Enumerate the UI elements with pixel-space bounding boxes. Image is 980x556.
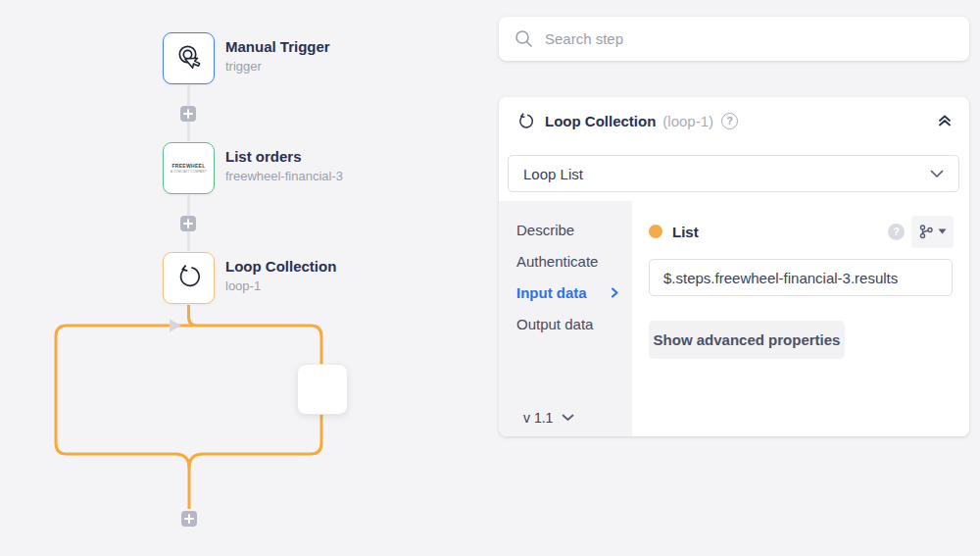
tab-describe[interactable]: Describe	[499, 214, 632, 245]
node-label-manual-trigger: Manual Trigger trigger	[225, 38, 330, 74]
chevron-down-icon	[930, 170, 944, 178]
add-step-button[interactable]	[181, 511, 197, 527]
chevron-down-icon	[562, 414, 574, 422]
version-selector[interactable]: v 1.1	[523, 410, 574, 426]
step-properties-panel: Loop Collection (loop-1) ? Loop List Des…	[499, 97, 969, 436]
node-list-orders[interactable]: FREEWHEEL A COMCAST COMPANY	[163, 142, 215, 194]
panel-step-id: (loop-1)	[662, 113, 713, 129]
help-icon[interactable]: ?	[721, 113, 738, 129]
freewheel-logo: FREEWHEEL A COMCAST COMPANY	[171, 162, 207, 175]
tab-output-data[interactable]: Output data	[499, 308, 632, 339]
field-label: List	[672, 224, 699, 240]
chevron-right-icon	[612, 287, 618, 298]
panel-title: Loop Collection	[545, 113, 656, 129]
version-label: v 1.1	[523, 410, 553, 426]
operation-select[interactable]: Loop List	[508, 155, 959, 192]
node-title: List orders	[225, 148, 343, 165]
input-data-content: List ?	[632, 201, 969, 436]
help-icon[interactable]: ?	[888, 224, 905, 240]
node-label-loop-collection: Loop Collection loop-1	[225, 258, 336, 293]
panel-header: Loop Collection (loop-1) ?	[516, 109, 954, 132]
panel-body: Describe Authenticate Input data Output …	[499, 201, 969, 436]
loop-flow-arrow-icon	[170, 320, 181, 332]
node-subtitle: loop-1	[225, 278, 336, 293]
branch-icon	[918, 224, 934, 239]
step-search-bar	[499, 17, 969, 61]
node-label-list-orders: List orders freewheel-financial-3	[225, 148, 343, 183]
required-field-dot	[649, 225, 662, 238]
search-input[interactable]	[545, 30, 954, 47]
add-step-button[interactable]	[180, 216, 196, 231]
manual-trigger-icon	[174, 42, 204, 76]
add-step-button[interactable]	[180, 106, 196, 122]
loop-icon	[516, 112, 535, 130]
list-field-row: List ?	[649, 217, 954, 246]
node-subtitle: freewheel-financial-3	[225, 169, 343, 183]
collapse-panel-button[interactable]	[936, 112, 954, 129]
caret-down-icon	[938, 228, 947, 234]
tab-input-data[interactable]: Input data	[499, 277, 632, 308]
node-title: Loop Collection	[225, 258, 336, 275]
search-icon	[514, 29, 533, 48]
panel-tabs: Describe Authenticate Input data Output …	[499, 201, 632, 436]
data-mapper-button[interactable]	[911, 216, 954, 248]
node-title: Manual Trigger	[225, 38, 330, 55]
list-value-input[interactable]	[649, 259, 953, 296]
node-manual-trigger[interactable]	[163, 32, 215, 84]
tab-authenticate[interactable]: Authenticate	[499, 245, 632, 277]
loop-icon	[175, 263, 203, 294]
show-advanced-properties-button[interactable]: Show advanced properties	[649, 321, 845, 359]
loop-empty-step-slot[interactable]	[297, 364, 348, 415]
node-loop-collection[interactable]	[163, 252, 215, 304]
node-subtitle: trigger	[225, 59, 330, 74]
operation-select-value: Loop List	[523, 166, 583, 182]
